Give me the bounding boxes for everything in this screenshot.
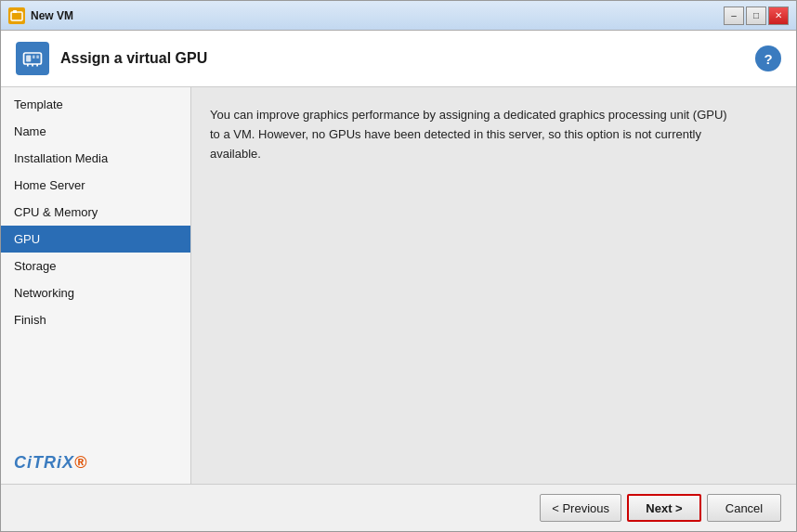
svg-rect-0: [11, 12, 22, 20]
window-icon: [8, 7, 25, 24]
dialog-body: Template Name Installation Media Home Se…: [1, 87, 796, 484]
next-button[interactable]: Next >: [627, 494, 701, 522]
svg-rect-3: [26, 56, 31, 62]
svg-rect-5: [36, 56, 39, 58]
window-controls: – □ ✕: [724, 6, 789, 25]
sidebar-item-cpu-memory[interactable]: CPU & Memory: [1, 199, 190, 226]
sidebar-item-installation-media[interactable]: Installation Media: [1, 145, 190, 172]
window-title: New VM: [31, 9, 724, 22]
cancel-button[interactable]: Cancel: [707, 494, 781, 522]
main-window: New VM – □ ✕ Assign a virtual GPU ?: [0, 0, 797, 532]
sidebar: Template Name Installation Media Home Se…: [1, 87, 191, 484]
minimize-button[interactable]: –: [724, 6, 744, 25]
sidebar-item-template[interactable]: Template: [1, 91, 190, 118]
sidebar-item-name[interactable]: Name: [1, 118, 190, 145]
citrix-logo: CiTRiX®: [1, 442, 190, 484]
maximize-button[interactable]: □: [746, 6, 766, 25]
svg-rect-4: [33, 56, 35, 58]
dialog-header: Assign a virtual GPU ?: [1, 31, 796, 87]
sidebar-item-finish[interactable]: Finish: [1, 306, 190, 333]
sidebar-item-networking[interactable]: Networking: [1, 279, 190, 306]
previous-button[interactable]: < Previous: [540, 494, 621, 522]
dialog-footer: < Previous Next > Cancel: [1, 484, 796, 531]
sidebar-item-storage[interactable]: Storage: [1, 253, 190, 279]
gpu-info-text: You can improve graphics performance by …: [210, 106, 730, 163]
dialog-title: Assign a virtual GPU: [60, 50, 755, 67]
sidebar-item-home-server[interactable]: Home Server: [1, 172, 190, 199]
title-bar: New VM – □ ✕: [1, 1, 796, 31]
main-content-area: You can improve graphics performance by …: [191, 87, 796, 484]
sidebar-nav: Template Name Installation Media Home Se…: [1, 91, 190, 333]
close-button[interactable]: ✕: [768, 6, 789, 25]
help-button[interactable]: ?: [755, 45, 781, 71]
svg-rect-1: [13, 10, 17, 13]
gpu-icon: [16, 42, 49, 75]
sidebar-item-gpu[interactable]: GPU: [1, 226, 190, 253]
